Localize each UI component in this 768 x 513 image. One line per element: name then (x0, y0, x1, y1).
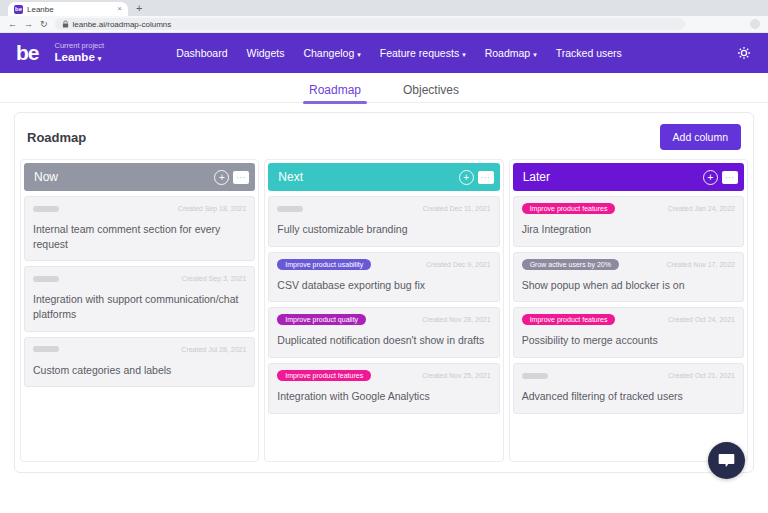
card-created-date: Created Jan 24, 2022 (668, 205, 735, 212)
card-top-row: Improve product features Created Jan 24,… (522, 203, 735, 214)
card-title: Fully customizable branding (277, 222, 490, 237)
lane-actions: + ... (703, 170, 738, 185)
roadmap-card[interactable]: Grow active users by 20% Created Nov 17,… (513, 252, 744, 303)
roadmap-panel: Roadmap Add column Now + ... Created Sep… (14, 112, 754, 473)
card-top-row: Created Sep 18, 2021 (33, 203, 246, 214)
roadmap-card[interactable]: Created Sep 18, 2021 Internal team comme… (24, 196, 255, 261)
nav-items: Dashboard Widgets Changelog▾ Feature req… (176, 47, 622, 59)
roadmap-card[interactable]: Improve product usability Created Dec 9,… (268, 252, 499, 303)
roadmap-card[interactable]: Improve product features Created Jan 24,… (513, 196, 744, 247)
add-card-plus-icon[interactable]: + (703, 170, 718, 185)
lane-title: Later (523, 170, 703, 184)
card-top-row: Created Oct 21, 2021 (522, 370, 735, 381)
card-title: Duplicated notification doesn't show in … (277, 333, 490, 348)
card-title: CSV database exporting bug fix (277, 278, 490, 293)
app-navbar: be Current project Leanbe▾ Dashboard Wid… (0, 33, 768, 73)
page-tab[interactable]: Roadmap (307, 77, 363, 103)
card-created-date: Created Sep 3, 2021 (182, 275, 247, 282)
card-title: Internal team comment section for every … (33, 222, 246, 251)
nav-item[interactable]: Feature requests▾ (380, 47, 466, 59)
card-created-date: Created Nov 17, 2022 (666, 261, 735, 268)
card-tag-placeholder (522, 373, 548, 379)
page-tab[interactable]: Objectives (401, 77, 461, 103)
card-title: Show popup when ad blocker is on (522, 278, 735, 293)
reload-icon[interactable]: ↻ (40, 20, 48, 29)
card-created-date: Created Jul 28, 2021 (181, 346, 246, 353)
card-title: Advanced filtering of tracked users (522, 389, 735, 404)
browser-tab[interactable]: be Leanbe × (8, 2, 128, 16)
project-label: Current project (55, 42, 105, 51)
roadmap-card[interactable]: Created Jul 28, 2021 Custom categories a… (24, 337, 255, 388)
card-tag-placeholder (33, 206, 59, 212)
card-created-date: Created Sep 18, 2021 (178, 205, 247, 212)
add-card-plus-icon[interactable]: + (459, 170, 474, 185)
card-tag: Improve product features (522, 314, 616, 325)
lane-actions: + ... (214, 170, 249, 185)
forward-icon[interactable]: → (24, 20, 33, 29)
board-lane: Now + ... Created Sep 18, 2021 Internal … (20, 159, 259, 462)
card-created-date: Created Oct 24, 2021 (668, 316, 735, 323)
lane-menu-ellipsis-icon[interactable]: ... (722, 171, 738, 184)
roadmap-card[interactable]: Improve product features Created Oct 24,… (513, 307, 744, 358)
nav-item[interactable]: Roadmap▾ (485, 47, 537, 59)
roadmap-card[interactable]: Created Oct 21, 2021 Advanced filtering … (513, 363, 744, 414)
card-title: Possibility to merge accounts (522, 333, 735, 348)
nav-item[interactable]: Changelog▾ (303, 47, 360, 59)
card-top-row: Created Sep 3, 2021 (33, 273, 246, 284)
leanbe-logo[interactable]: be (16, 41, 39, 65)
browser-tabstrip: be Leanbe × + (0, 0, 768, 16)
page-tabs: Roadmap Objectives (0, 73, 768, 103)
card-tag: Improve product quality (277, 314, 366, 325)
page-title: Roadmap (27, 130, 86, 145)
roadmap-card[interactable]: Improve product features Created Nov 25,… (268, 363, 499, 414)
roadmap-card[interactable]: Improve product quality Created Nov 28, … (268, 307, 499, 358)
chat-widget-button[interactable] (708, 442, 745, 479)
nav-item[interactable]: Tracked users (556, 47, 622, 59)
card-title: Jira Integration (522, 222, 735, 237)
card-tag: Improve product features (277, 370, 371, 381)
card-created-date: Created Nov 28, 2021 (422, 316, 491, 323)
add-column-button[interactable]: Add column (660, 124, 741, 150)
browser-avatar[interactable] (750, 19, 760, 29)
chat-bubble-icon (718, 453, 735, 468)
cards-list: Created Dec 11, 2021 Fully customizable … (268, 196, 499, 414)
project-name: Leanbe▾ (55, 51, 105, 64)
roadmap-card[interactable]: Created Dec 11, 2021 Fully customizable … (268, 196, 499, 247)
chevron-down-icon: ▾ (98, 55, 102, 62)
card-top-row: Created Jul 28, 2021 (33, 344, 246, 355)
roadmap-card[interactable]: Created Sep 3, 2021 Integration with sup… (24, 266, 255, 331)
cards-list: Improve product features Created Jan 24,… (513, 196, 744, 414)
settings-gear-icon[interactable] (736, 45, 752, 61)
lane-title: Now (34, 170, 214, 184)
board-lane: Next + ... Created Dec 11, 2021 Fully cu… (264, 159, 503, 462)
cards-list: Created Sep 18, 2021 Internal team comme… (24, 196, 255, 387)
card-tag-placeholder (33, 276, 59, 282)
lane-header: Later + ... (513, 163, 744, 191)
nav-item[interactable]: Widgets (247, 47, 285, 59)
chevron-down-icon: ▾ (357, 51, 361, 58)
chevron-down-icon: ▾ (462, 51, 466, 58)
back-icon[interactable]: ← (8, 20, 17, 29)
card-title: Integration with Google Analytics (277, 389, 490, 404)
project-switcher[interactable]: Current project Leanbe▾ (55, 42, 105, 64)
card-top-row: Improve product quality Created Nov 28, … (277, 314, 490, 325)
panel-header: Roadmap Add column (15, 113, 753, 159)
card-top-row: Improve product features Created Oct 24,… (522, 314, 735, 325)
card-tag: Grow active users by 20% (522, 259, 619, 270)
new-tab-button[interactable]: + (136, 2, 142, 16)
url-text: leanbe.ai/roadmap-columns (73, 20, 172, 29)
card-title: Custom categories and labels (33, 363, 246, 378)
card-title: Integration with support communication/c… (33, 292, 246, 321)
nav-item[interactable]: Dashboard (176, 47, 227, 59)
card-top-row: Created Dec 11, 2021 (277, 203, 490, 214)
lane-menu-ellipsis-icon[interactable]: ... (233, 171, 249, 184)
address-bar[interactable]: leanbe.ai/roadmap-columns (55, 18, 685, 30)
card-tag-placeholder (33, 346, 59, 352)
browser-tab-title: Leanbe (27, 5, 113, 14)
card-created-date: Created Dec 11, 2021 (423, 205, 491, 212)
tab-close-icon[interactable]: × (117, 5, 122, 13)
lane-menu-ellipsis-icon[interactable]: ... (478, 171, 494, 184)
lane-header: Now + ... (24, 163, 255, 191)
browser-toolbar: ← → ↻ leanbe.ai/roadmap-columns (0, 16, 768, 33)
add-card-plus-icon[interactable]: + (214, 170, 229, 185)
